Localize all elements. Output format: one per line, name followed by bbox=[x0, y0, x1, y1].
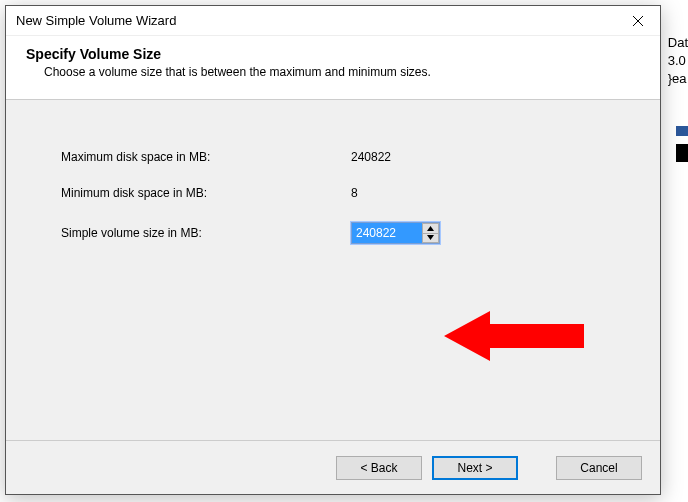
content-area: Maximum disk space in MB: 240822 Minimum… bbox=[6, 100, 660, 440]
window-title: New Simple Volume Wizard bbox=[16, 13, 615, 28]
page-title: Specify Volume Size bbox=[26, 46, 640, 62]
spinner-up-button[interactable] bbox=[423, 223, 439, 233]
background-partial-text: Dat 3.0 }ea bbox=[664, 30, 688, 93]
background-blue-bar bbox=[676, 126, 688, 136]
svg-marker-4 bbox=[444, 311, 584, 361]
svg-marker-3 bbox=[427, 235, 434, 240]
volume-size-input[interactable] bbox=[352, 223, 422, 243]
titlebar: New Simple Volume Wizard bbox=[6, 6, 660, 36]
min-size-row: Minimum disk space in MB: 8 bbox=[61, 186, 620, 200]
wizard-dialog: New Simple Volume Wizard Specify Volume … bbox=[5, 5, 661, 495]
close-button[interactable] bbox=[615, 6, 660, 36]
volume-size-label: Simple volume size in MB: bbox=[61, 226, 351, 240]
back-button[interactable]: < Back bbox=[336, 456, 422, 480]
volume-size-spinner bbox=[351, 222, 440, 244]
close-icon bbox=[632, 15, 644, 27]
arrow-left-icon bbox=[444, 308, 584, 364]
max-size-label: Maximum disk space in MB: bbox=[61, 150, 351, 164]
cancel-button[interactable]: Cancel bbox=[556, 456, 642, 480]
svg-marker-2 bbox=[427, 226, 434, 231]
max-size-row: Maximum disk space in MB: 240822 bbox=[61, 150, 620, 164]
page-subtitle: Choose a volume size that is between the… bbox=[44, 65, 640, 79]
background-black-bar bbox=[676, 144, 688, 162]
chevron-up-icon bbox=[427, 226, 434, 231]
annotation-arrow bbox=[444, 308, 584, 368]
min-size-value: 8 bbox=[351, 186, 358, 200]
next-button[interactable]: Next > bbox=[432, 456, 518, 480]
header-section: Specify Volume Size Choose a volume size… bbox=[6, 36, 660, 100]
chevron-down-icon bbox=[427, 235, 434, 240]
volume-size-row: Simple volume size in MB: bbox=[61, 222, 620, 244]
max-size-value: 240822 bbox=[351, 150, 391, 164]
spinner-down-button[interactable] bbox=[423, 233, 439, 244]
button-bar: < Back Next > Cancel bbox=[6, 440, 660, 494]
spinner-buttons bbox=[422, 223, 439, 243]
min-size-label: Minimum disk space in MB: bbox=[61, 186, 351, 200]
